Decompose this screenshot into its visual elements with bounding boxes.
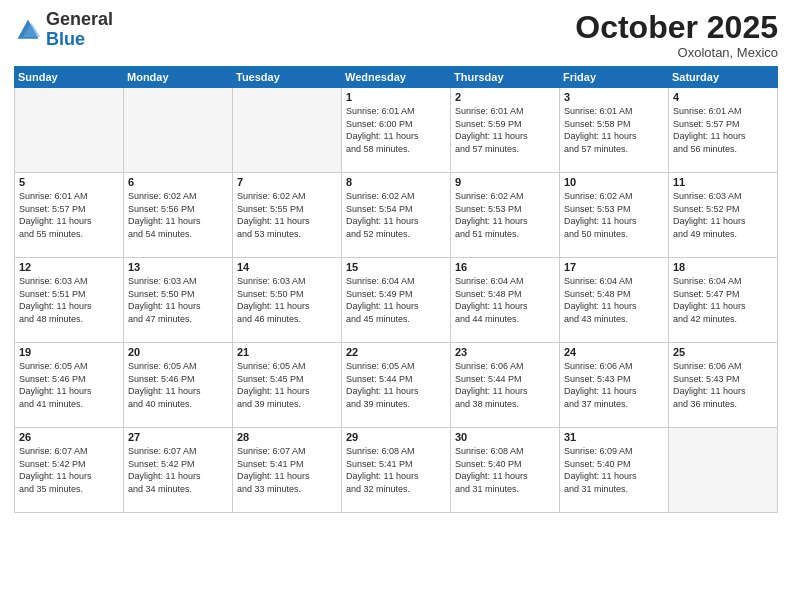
day-number: 2 — [455, 91, 555, 103]
day-number: 8 — [346, 176, 446, 188]
header: General Blue October 2025 Oxolotan, Mexi… — [14, 10, 778, 60]
day-number: 6 — [128, 176, 228, 188]
day-info: Sunrise: 6:04 AM Sunset: 5:49 PM Dayligh… — [346, 275, 446, 325]
weekday-header: Saturday — [669, 67, 778, 88]
day-info: Sunrise: 6:01 AM Sunset: 5:57 PM Dayligh… — [673, 105, 773, 155]
day-number: 26 — [19, 431, 119, 443]
day-number: 5 — [19, 176, 119, 188]
weekday-header: Tuesday — [233, 67, 342, 88]
calendar-cell: 22Sunrise: 6:05 AM Sunset: 5:44 PM Dayli… — [342, 343, 451, 428]
day-number: 16 — [455, 261, 555, 273]
logo-icon — [14, 16, 42, 44]
day-number: 3 — [564, 91, 664, 103]
weekday-header: Thursday — [451, 67, 560, 88]
weekday-header: Wednesday — [342, 67, 451, 88]
calendar-cell: 5Sunrise: 6:01 AM Sunset: 5:57 PM Daylig… — [15, 173, 124, 258]
day-info: Sunrise: 6:03 AM Sunset: 5:52 PM Dayligh… — [673, 190, 773, 240]
month-title: October 2025 — [575, 10, 778, 45]
calendar-cell: 11Sunrise: 6:03 AM Sunset: 5:52 PM Dayli… — [669, 173, 778, 258]
day-info: Sunrise: 6:02 AM Sunset: 5:56 PM Dayligh… — [128, 190, 228, 240]
day-info: Sunrise: 6:07 AM Sunset: 5:41 PM Dayligh… — [237, 445, 337, 495]
calendar-cell: 15Sunrise: 6:04 AM Sunset: 5:49 PM Dayli… — [342, 258, 451, 343]
weekday-header: Monday — [124, 67, 233, 88]
logo: General Blue — [14, 10, 113, 50]
calendar-cell: 31Sunrise: 6:09 AM Sunset: 5:40 PM Dayli… — [560, 428, 669, 513]
day-info: Sunrise: 6:02 AM Sunset: 5:53 PM Dayligh… — [455, 190, 555, 240]
day-info: Sunrise: 6:06 AM Sunset: 5:43 PM Dayligh… — [673, 360, 773, 410]
calendar-cell: 21Sunrise: 6:05 AM Sunset: 5:45 PM Dayli… — [233, 343, 342, 428]
calendar-cell: 25Sunrise: 6:06 AM Sunset: 5:43 PM Dayli… — [669, 343, 778, 428]
day-info: Sunrise: 6:02 AM Sunset: 5:55 PM Dayligh… — [237, 190, 337, 240]
day-number: 24 — [564, 346, 664, 358]
calendar-cell — [15, 88, 124, 173]
location: Oxolotan, Mexico — [575, 45, 778, 60]
calendar-cell: 13Sunrise: 6:03 AM Sunset: 5:50 PM Dayli… — [124, 258, 233, 343]
day-number: 11 — [673, 176, 773, 188]
calendar-cell: 6Sunrise: 6:02 AM Sunset: 5:56 PM Daylig… — [124, 173, 233, 258]
page-container: General Blue October 2025 Oxolotan, Mexi… — [0, 0, 792, 612]
day-info: Sunrise: 6:02 AM Sunset: 5:53 PM Dayligh… — [564, 190, 664, 240]
logo-general-text: General — [46, 9, 113, 29]
day-info: Sunrise: 6:06 AM Sunset: 5:44 PM Dayligh… — [455, 360, 555, 410]
day-info: Sunrise: 6:01 AM Sunset: 6:00 PM Dayligh… — [346, 105, 446, 155]
day-info: Sunrise: 6:08 AM Sunset: 5:41 PM Dayligh… — [346, 445, 446, 495]
day-info: Sunrise: 6:06 AM Sunset: 5:43 PM Dayligh… — [564, 360, 664, 410]
day-number: 12 — [19, 261, 119, 273]
day-number: 29 — [346, 431, 446, 443]
day-number: 14 — [237, 261, 337, 273]
day-number: 7 — [237, 176, 337, 188]
day-info: Sunrise: 6:05 AM Sunset: 5:45 PM Dayligh… — [237, 360, 337, 410]
day-number: 9 — [455, 176, 555, 188]
day-info: Sunrise: 6:03 AM Sunset: 5:50 PM Dayligh… — [237, 275, 337, 325]
day-number: 1 — [346, 91, 446, 103]
calendar-cell: 2Sunrise: 6:01 AM Sunset: 5:59 PM Daylig… — [451, 88, 560, 173]
day-info: Sunrise: 6:07 AM Sunset: 5:42 PM Dayligh… — [19, 445, 119, 495]
day-info: Sunrise: 6:03 AM Sunset: 5:50 PM Dayligh… — [128, 275, 228, 325]
day-info: Sunrise: 6:05 AM Sunset: 5:46 PM Dayligh… — [19, 360, 119, 410]
calendar-cell: 28Sunrise: 6:07 AM Sunset: 5:41 PM Dayli… — [233, 428, 342, 513]
logo-blue-text: Blue — [46, 29, 85, 49]
calendar-cell: 24Sunrise: 6:06 AM Sunset: 5:43 PM Dayli… — [560, 343, 669, 428]
day-info: Sunrise: 6:01 AM Sunset: 5:57 PM Dayligh… — [19, 190, 119, 240]
day-number: 10 — [564, 176, 664, 188]
day-info: Sunrise: 6:02 AM Sunset: 5:54 PM Dayligh… — [346, 190, 446, 240]
weekday-header: Sunday — [15, 67, 124, 88]
calendar-cell: 23Sunrise: 6:06 AM Sunset: 5:44 PM Dayli… — [451, 343, 560, 428]
calendar-cell — [233, 88, 342, 173]
day-number: 13 — [128, 261, 228, 273]
day-number: 22 — [346, 346, 446, 358]
day-info: Sunrise: 6:05 AM Sunset: 5:46 PM Dayligh… — [128, 360, 228, 410]
calendar-cell: 26Sunrise: 6:07 AM Sunset: 5:42 PM Dayli… — [15, 428, 124, 513]
day-info: Sunrise: 6:04 AM Sunset: 5:48 PM Dayligh… — [455, 275, 555, 325]
calendar-table: SundayMondayTuesdayWednesdayThursdayFrid… — [14, 66, 778, 513]
title-block: October 2025 Oxolotan, Mexico — [575, 10, 778, 60]
day-number: 23 — [455, 346, 555, 358]
day-number: 19 — [19, 346, 119, 358]
calendar-cell: 14Sunrise: 6:03 AM Sunset: 5:50 PM Dayli… — [233, 258, 342, 343]
calendar-cell: 9Sunrise: 6:02 AM Sunset: 5:53 PM Daylig… — [451, 173, 560, 258]
day-info: Sunrise: 6:01 AM Sunset: 5:58 PM Dayligh… — [564, 105, 664, 155]
calendar-cell: 4Sunrise: 6:01 AM Sunset: 5:57 PM Daylig… — [669, 88, 778, 173]
calendar-cell: 8Sunrise: 6:02 AM Sunset: 5:54 PM Daylig… — [342, 173, 451, 258]
day-number: 18 — [673, 261, 773, 273]
calendar-cell: 12Sunrise: 6:03 AM Sunset: 5:51 PM Dayli… — [15, 258, 124, 343]
calendar-cell: 16Sunrise: 6:04 AM Sunset: 5:48 PM Dayli… — [451, 258, 560, 343]
day-info: Sunrise: 6:07 AM Sunset: 5:42 PM Dayligh… — [128, 445, 228, 495]
day-number: 27 — [128, 431, 228, 443]
day-number: 31 — [564, 431, 664, 443]
calendar-cell: 19Sunrise: 6:05 AM Sunset: 5:46 PM Dayli… — [15, 343, 124, 428]
calendar-cell: 1Sunrise: 6:01 AM Sunset: 6:00 PM Daylig… — [342, 88, 451, 173]
day-number: 20 — [128, 346, 228, 358]
calendar-cell: 20Sunrise: 6:05 AM Sunset: 5:46 PM Dayli… — [124, 343, 233, 428]
day-info: Sunrise: 6:04 AM Sunset: 5:48 PM Dayligh… — [564, 275, 664, 325]
day-info: Sunrise: 6:05 AM Sunset: 5:44 PM Dayligh… — [346, 360, 446, 410]
weekday-header: Friday — [560, 67, 669, 88]
day-number: 4 — [673, 91, 773, 103]
calendar-cell: 17Sunrise: 6:04 AM Sunset: 5:48 PM Dayli… — [560, 258, 669, 343]
calendar-cell: 10Sunrise: 6:02 AM Sunset: 5:53 PM Dayli… — [560, 173, 669, 258]
day-info: Sunrise: 6:01 AM Sunset: 5:59 PM Dayligh… — [455, 105, 555, 155]
day-info: Sunrise: 6:03 AM Sunset: 5:51 PM Dayligh… — [19, 275, 119, 325]
calendar-cell: 7Sunrise: 6:02 AM Sunset: 5:55 PM Daylig… — [233, 173, 342, 258]
calendar-cell: 30Sunrise: 6:08 AM Sunset: 5:40 PM Dayli… — [451, 428, 560, 513]
calendar-cell: 29Sunrise: 6:08 AM Sunset: 5:41 PM Dayli… — [342, 428, 451, 513]
